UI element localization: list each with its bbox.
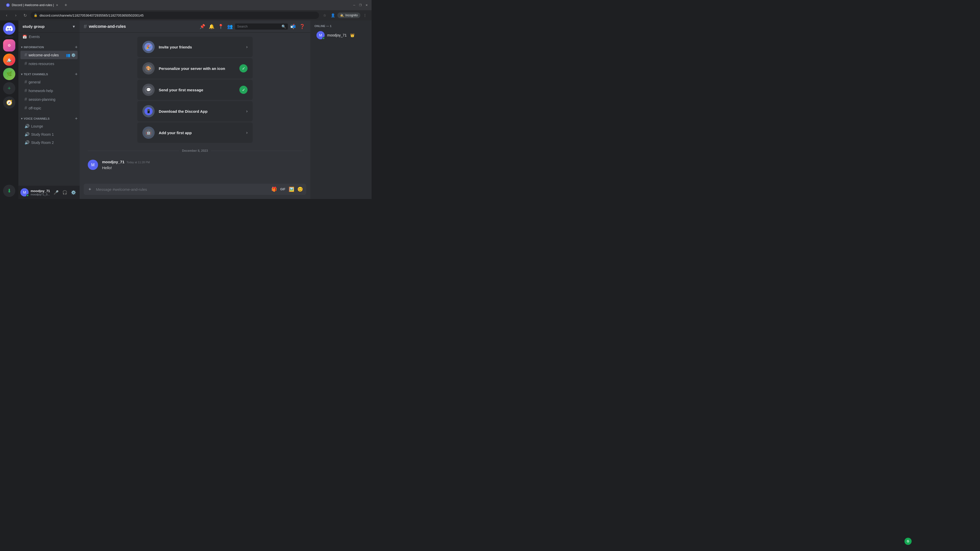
setup-card-first-message[interactable]: 💬 Send your first message ✓ [137, 79, 253, 100]
information-add-button[interactable]: + [75, 45, 78, 49]
server-icon-3[interactable]: 🌿 [3, 68, 15, 80]
incognito-icon: 🕵️ [340, 14, 344, 17]
text-chevron-icon: ▼ [21, 73, 23, 76]
profile-button[interactable]: 👤 [329, 12, 336, 19]
gif-button[interactable]: GIF [279, 185, 287, 193]
browser-chrome: D Discord | #welcome-and-rules | ✕ + ─ ❐… [0, 0, 372, 21]
search-bar[interactable]: 🔍 [235, 24, 288, 30]
sticker-button[interactable]: 🖼️ [287, 185, 296, 193]
first-app-icon: 🤖 [145, 129, 153, 137]
information-group-label: INFORMATION [24, 46, 75, 49]
voice-channel-study-room-2[interactable]: 🔊 Study Room 2 [21, 138, 78, 146]
channel-sidebar: study group ▼ 📅 Events ▼ INFORMATION + #… [18, 21, 80, 199]
main-content: # welcome-and-rules 📌 🔔 📍 👥 🔍 📬 ❓ [80, 21, 310, 199]
incognito-badge[interactable]: 🕵️ Incognito [337, 13, 360, 18]
voice-channel-name: Lounge [31, 124, 76, 128]
sidebar-item-events[interactable]: 📅 Events [18, 33, 80, 41]
invite-card-text: Invite your friends [159, 45, 242, 49]
setup-card-invite[interactable]: 🎉 Invite your friends › [137, 37, 253, 57]
member-avatar: M [317, 31, 325, 39]
server-name: study group [22, 24, 72, 29]
tab-close-button[interactable]: ✕ [56, 3, 58, 7]
information-chevron-icon: ▼ [21, 46, 23, 49]
invite-card-title: Invite your friends [159, 45, 242, 49]
calendar-icon: 📅 [22, 35, 27, 39]
setup-card-personalize[interactable]: 🎨 Personalize your server with an icon ✓ [137, 58, 253, 79]
pinned-messages-button[interactable]: 📌 [198, 22, 207, 30]
attach-button[interactable]: + [86, 185, 94, 193]
download-card-text: Download the Discord App [159, 109, 242, 114]
inbox-button[interactable]: 📬 [289, 22, 297, 30]
channel-header-actions: 📌 🔔 📍 👥 🔍 📬 ❓ [198, 22, 306, 30]
hash-icon: # [24, 61, 27, 66]
channel-group-voice: ▼ VOICE CHANNELS + 🔊 Lounge 🔊 Study Room… [18, 116, 80, 146]
help-button[interactable]: ❓ [298, 22, 306, 30]
chat-area: 🎉 Invite your friends › 🎨 [80, 33, 310, 182]
information-group-header[interactable]: ▼ INFORMATION + [18, 45, 80, 51]
forward-button[interactable]: › [12, 12, 19, 19]
back-button[interactable]: ‹ [3, 12, 10, 19]
server-icon-1[interactable]: 🌸 [3, 39, 15, 52]
minimize-button[interactable]: ─ [352, 3, 356, 7]
user-info: moodjoy_71 moodjoy71_0... [30, 189, 50, 196]
tab-title: Discord | #welcome-and-rules | [12, 3, 54, 7]
voice-channel-lounge[interactable]: 🔊 Lounge [21, 122, 78, 130]
gift-button[interactable]: 🎁 [270, 185, 278, 193]
date-divider-line-right [211, 151, 302, 151]
channel-item-off-topic[interactable]: # off-topic [21, 104, 78, 112]
settings-icon[interactable]: ⚙️ [71, 62, 76, 66]
maximize-button[interactable]: ❐ [358, 3, 363, 7]
voice-channel-name: Study Room 1 [31, 132, 76, 137]
channel-item-homework-help[interactable]: # homework-help [21, 86, 78, 95]
settings-icon[interactable]: ⚙️ [71, 53, 76, 57]
search-input[interactable] [237, 24, 280, 28]
browser-tab-active[interactable]: D Discord | #welcome-and-rules | ✕ [3, 2, 61, 9]
deafen-button[interactable]: 🎧 [61, 188, 69, 197]
voice-channels-group-header[interactable]: ▼ VOICE CHANNELS + [18, 116, 80, 122]
server-separator [5, 37, 13, 37]
add-member-icon[interactable]: 👥 [66, 53, 70, 57]
mute-button[interactable]: 🎤 [52, 188, 60, 197]
setup-card-download[interactable]: 📱 Download the Discord App › [137, 101, 253, 121]
date-divider-text: December 8, 2023 [182, 149, 208, 152]
bookmark-button[interactable]: ☆ [321, 12, 328, 19]
channel-item-session-planning[interactable]: # session-planning [21, 95, 78, 103]
voice-channels-add-button[interactable]: + [75, 116, 78, 121]
user-avatar[interactable]: M [21, 188, 29, 197]
close-button[interactable]: ✕ [364, 3, 369, 7]
message-avatar[interactable]: M [88, 160, 98, 170]
channel-item-notes-resources[interactable]: # notes-resources 👥 ⚙️ [21, 59, 78, 68]
message-input[interactable] [96, 187, 268, 192]
members-button[interactable]: 👥 [226, 22, 234, 30]
server-icon-2[interactable]: 🏔️ [3, 54, 15, 66]
first-message-card-check: ✓ [239, 86, 248, 94]
voice-channel-name: Study Room 2 [31, 141, 76, 144]
svg-text:🎨: 🎨 [146, 66, 151, 71]
settings-button[interactable]: ⚙️ [69, 188, 78, 197]
add-server-button[interactable]: + [3, 82, 15, 94]
notifications-button[interactable]: 🔔 [207, 22, 216, 30]
setup-card-first-app[interactable]: 🤖 Add your first app › [137, 122, 253, 143]
server-icon-discord-home[interactable] [3, 22, 15, 35]
message-header: moodjoy_71 Today at 11:28 PM [102, 160, 302, 164]
svg-text:M: M [23, 190, 26, 194]
channel-name: welcome-and-rules [29, 53, 64, 57]
discover-button[interactable]: 🧭 [3, 97, 15, 109]
channel-item-general[interactable]: # general [21, 78, 78, 86]
member-item[interactable]: M moodjoy_71 👑 [314, 30, 368, 41]
voice-channel-study-room-1[interactable]: 🔊 Study Room 1 [21, 130, 78, 138]
server-header[interactable]: study group ▼ [18, 21, 80, 33]
address-bar[interactable]: 🔒 discord.com/channels/11827053640729355… [30, 12, 319, 19]
channel-item-welcome-and-rules[interactable]: # welcome-and-rules 👥 ⚙️ [21, 51, 78, 59]
download-button[interactable]: ⬇ [3, 185, 15, 197]
refresh-button[interactable]: ↻ [21, 12, 29, 19]
message-author: moodjoy_71 [102, 160, 124, 164]
add-member-icon[interactable]: 👥 [66, 62, 70, 66]
text-channels-add-button[interactable]: + [75, 72, 78, 76]
menu-button[interactable]: ⋮ [361, 12, 369, 19]
svg-text:🤖: 🤖 [146, 130, 151, 135]
emoji-button[interactable]: 😊 [296, 185, 304, 193]
text-channels-group-header[interactable]: ▼ TEXT CHANNELS + [18, 72, 80, 78]
new-tab-button[interactable]: + [62, 2, 69, 9]
pin-button[interactable]: 📍 [217, 22, 225, 30]
